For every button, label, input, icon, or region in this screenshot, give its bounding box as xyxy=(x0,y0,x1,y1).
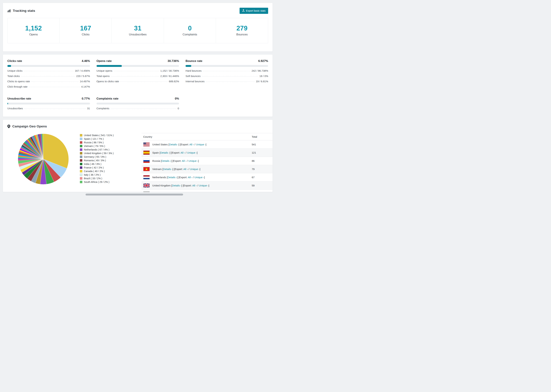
horizontal-scrollbar-track xyxy=(0,193,276,196)
stat-value: 0 xyxy=(164,25,216,32)
details-link[interactable]: Details › xyxy=(162,159,171,162)
legend-item-germany[interactable]: Germany ( 55 / 3% ) xyxy=(80,155,136,159)
geo-opens-title: Campaign Geo Opens xyxy=(12,125,47,128)
stat-label: Complaints xyxy=(164,33,216,36)
rate-row: Click through rate4.147% xyxy=(7,85,90,88)
details-link[interactable]: Details › xyxy=(163,168,172,170)
stat-label: Clicks xyxy=(60,33,112,36)
export-all-link[interactable]: All › xyxy=(190,143,194,146)
rate-row: Complaints0 xyxy=(97,107,179,110)
rate-row-value: 0 xyxy=(178,107,179,110)
export-label: Export: xyxy=(172,151,181,154)
legend-item-india[interactable]: India ( 46 / 3% ) xyxy=(80,162,136,166)
export-all-link[interactable]: All › xyxy=(188,176,192,179)
total-column-header: Total xyxy=(252,135,271,138)
legend-swatch xyxy=(80,152,82,154)
export-unique-link[interactable]: Unique › xyxy=(188,159,198,162)
dotted-leader xyxy=(23,71,74,71)
legend-swatch xyxy=(80,181,82,183)
rate-row-label: Total clicks xyxy=(7,75,20,77)
dashboard-page: Tracking stats Export basic stats 1,152O… xyxy=(0,0,276,192)
country-name: United Kingdom xyxy=(152,184,171,187)
geo-table: Country Total United States [Details ›] … xyxy=(141,133,273,192)
progress-bar xyxy=(97,103,179,105)
details-link[interactable]: Details › xyxy=(172,184,181,187)
legend-item-italy[interactable]: Italy ( 36 / 2% ) xyxy=(80,173,136,176)
total-value: 121 xyxy=(252,151,271,154)
rate-row-label: Complaints xyxy=(97,107,109,110)
country-column-header: Country xyxy=(143,135,252,138)
export-all-link[interactable]: All › xyxy=(192,184,197,187)
rate-row-value: 242 / 86.738% xyxy=(252,69,268,72)
rate-row-label: Opens to clicks rate xyxy=(97,80,119,83)
dotted-leader xyxy=(113,71,159,71)
legend-swatch xyxy=(80,141,82,144)
dotted-leader xyxy=(24,109,86,109)
export-unique-link[interactable]: Unique › xyxy=(190,168,200,170)
legend-item-brazil[interactable]: Brazil ( 33 / 2% ) xyxy=(80,176,136,180)
export-label: Export: xyxy=(173,159,182,162)
export-unique-link[interactable]: Unique › xyxy=(199,184,209,187)
map-pin-icon xyxy=(7,125,10,128)
rate-row-value: 18 / 0% xyxy=(259,75,268,77)
rate-head: Clicks rate4.46% xyxy=(7,59,90,63)
export-all-link[interactable]: All › xyxy=(184,168,188,170)
dotted-leader xyxy=(202,76,258,77)
geo-table-row-netherlands: Netherlands [Details ›] [Export: All › /… xyxy=(141,173,273,182)
dotted-leader xyxy=(110,109,177,109)
progress-fill xyxy=(185,65,191,67)
flag-nl-icon xyxy=(143,175,150,179)
legend-swatch xyxy=(80,134,82,136)
geo-opens-card: Campaign Geo Opens United States ( 541 /… xyxy=(3,119,273,192)
rate-row-label: Soft bounces xyxy=(185,75,201,77)
export-all-link[interactable]: All › xyxy=(181,151,185,154)
legend-item-canada[interactable]: Canada ( 40 / 2% ) xyxy=(80,169,136,173)
legend-item-united-kingdom[interactable]: United Kingdom ( 59 / 3% ) xyxy=(80,151,136,155)
rate-row: Clicks to opens rate14.497% xyxy=(7,80,90,83)
rate-row: Opens to clicks rate689.82% xyxy=(97,80,179,83)
export-unique-link[interactable]: Unique › xyxy=(194,176,204,179)
legend-item-netherlands[interactable]: Netherlands ( 67 / 4% ) xyxy=(80,148,136,151)
geo-opens-header: Campaign Geo Opens xyxy=(3,120,273,132)
export-unique-link[interactable]: Unique › xyxy=(196,143,206,146)
pie-svg xyxy=(17,133,69,185)
rate-row-value: 689.82% xyxy=(169,80,179,83)
rate-row: Internal bounces19 / 6.81% xyxy=(185,80,268,83)
legend-swatch xyxy=(80,138,82,140)
legend-item-romania[interactable]: Romania ( 49 / 3% ) xyxy=(80,159,136,162)
stat-label: Opens xyxy=(7,33,60,36)
export-basic-stats-button[interactable]: Export basic stats xyxy=(240,8,268,14)
rate-row-value: 1,152 / 30.736% xyxy=(160,69,179,72)
legend-item-france[interactable]: France ( 42 / 2% ) xyxy=(80,166,136,169)
details-link[interactable]: Details › xyxy=(160,151,170,154)
export-label: Export: xyxy=(181,143,190,146)
legend-label: Italy ( 36 / 2% ) xyxy=(84,173,101,176)
legend-item-spain[interactable]: Spain ( 121 / 7% ) xyxy=(80,137,136,140)
legend-item-south-africa[interactable]: South Africa ( 29 / 2% ) xyxy=(80,180,136,184)
legend-item-vietnam[interactable]: Vietnam ( 79 / 5% ) xyxy=(80,144,136,148)
legend-item-united-states[interactable]: United States ( 541 / 31% ) xyxy=(80,133,136,137)
rate-row-label: Unique clicks xyxy=(7,69,22,72)
details-link[interactable]: Details › xyxy=(168,176,177,179)
rate-row-value: 167 / 4.456% xyxy=(75,69,90,72)
rate-row: Total clicks220 / 5.87% xyxy=(7,75,90,77)
rate-row: Hard bounces242 / 86.738% xyxy=(185,69,268,72)
legend-label: Brazil ( 33 / 2% ) xyxy=(84,177,102,180)
legend-swatch xyxy=(80,145,82,147)
tracking-stats-card: Tracking stats Export basic stats 1,152O… xyxy=(3,3,273,52)
stats-strip: 1,152Opens167Clicks31Unsubscribes0Compla… xyxy=(7,18,268,43)
progress-bar xyxy=(7,103,90,105)
export-all-link[interactable]: All › xyxy=(182,159,186,162)
country-name: Russia xyxy=(152,159,161,162)
rate-row-label: Unique opens xyxy=(97,69,113,72)
legend-swatch xyxy=(80,156,82,158)
export-unique-link[interactable]: Unique › xyxy=(187,151,197,154)
rate-head: Bounce rate6.927% xyxy=(185,59,268,63)
country-name: Netherlands xyxy=(152,176,167,179)
horizontal-scrollbar-thumb[interactable] xyxy=(85,194,183,196)
dotted-leader xyxy=(31,82,79,82)
rate-row-value: 19 / 6.81% xyxy=(256,80,268,83)
legend-item-russia[interactable]: Russia ( 86 / 5% ) xyxy=(80,140,136,144)
legend-label: United Kingdom ( 59 / 3% ) xyxy=(84,152,114,155)
details-link[interactable]: Details › xyxy=(169,143,178,146)
